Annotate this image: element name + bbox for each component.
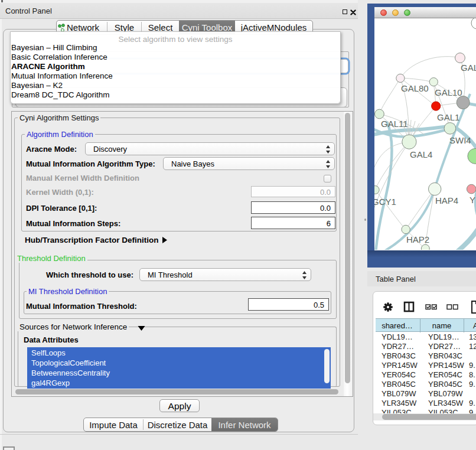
svg-text:GCY1: GCY1	[374, 197, 396, 207]
svg-text:HAP4: HAP4	[435, 195, 458, 206]
svg-text:GAL2: GAL2	[461, 63, 476, 73]
svg-text:GAL4: GAL4	[410, 149, 432, 159]
svg-text:Y: Y	[470, 195, 475, 205]
svg-text:GAL80: GAL80	[401, 83, 429, 93]
svg-text:GAL1: GAL1	[437, 112, 459, 122]
svg-text:GAL11: GAL11	[381, 119, 408, 129]
svg-text:GAL10: GAL10	[435, 87, 462, 97]
svg-text:SWI4: SWI4	[449, 135, 471, 145]
svg-text:HAP2: HAP2	[406, 234, 429, 244]
